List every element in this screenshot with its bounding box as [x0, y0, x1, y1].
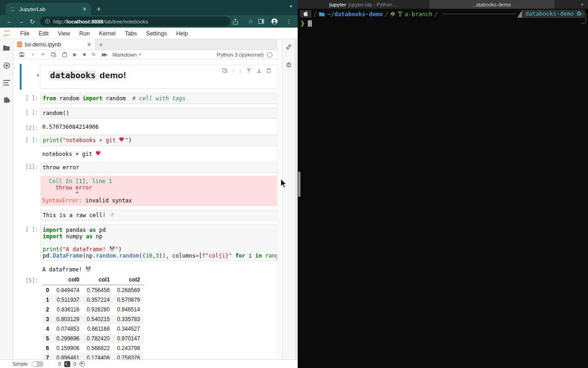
browser-tabstrip: JupyterLab ✕ + ▾ [0, 0, 298, 15]
terminal-window: jupyter jupyter-lab · Python ... ..atabo… [298, 0, 588, 368]
running-kernels-icon[interactable] [3, 62, 10, 69]
info-icon[interactable] [45, 19, 50, 24]
code-line: random() [43, 110, 277, 116]
restart-run-all-icon[interactable]: ▶▶ [102, 52, 107, 57]
file-browser-icon[interactable] [3, 45, 10, 51]
menu-item-kernel[interactable]: Kernel [95, 30, 120, 37]
code-line: import numpy as np [43, 233, 277, 240]
rocket-emoji [109, 212, 115, 218]
url-bar[interactable]: http://localhost:8888/lab/tree/notebooks [40, 17, 230, 26]
terminal-tab-active[interactable]: ..atabooks-demo [430, 0, 554, 9]
move-cell-down-icon[interactable]: ↓ [239, 68, 242, 73]
side-panel-icon[interactable] [258, 18, 268, 24]
text-output: A dataframe! [40, 265, 277, 274]
forward-icon[interactable]: → [15, 18, 27, 25]
restart-kernel-icon[interactable]: ↻ [92, 52, 96, 57]
menu-item-help[interactable]: Help [171, 30, 192, 37]
mouse-cursor [280, 178, 287, 189]
code-input[interactable]: import pandas as pdimport numpy as np pr… [40, 224, 277, 261]
debugger-icon[interactable] [286, 61, 292, 68]
code-line: SyntaxError: invalid syntax [42, 197, 277, 204]
kernel-sessions-icon[interactable] [79, 361, 85, 367]
dataframe-row: 20.8361160.9282800.946514 [42, 305, 144, 314]
code-line: 0.570736084214906 [42, 124, 277, 130]
share-icon[interactable] [232, 18, 243, 25]
code-input[interactable]: random() [40, 108, 277, 119]
tab-close-icon[interactable]: ✕ [82, 6, 87, 12]
move-cell-up-icon[interactable]: ↑ [232, 68, 235, 73]
insert-cell-below-icon[interactable] [256, 68, 262, 73]
bookmark-star-icon[interactable]: ☆ [245, 18, 255, 25]
reload-icon[interactable]: ↻ [27, 18, 38, 25]
venv-name: databooks-demo [526, 10, 574, 17]
jupyterlab: FileEditViewRunKernelTabsSettingsHelp tu… [0, 28, 298, 368]
terminal-tab-inactive[interactable]: jupyter jupyter-lab · Python ... [298, 0, 430, 9]
heading-collapse-caret-icon[interactable]: ▼ [36, 73, 40, 78]
paste-cells-icon[interactable] [62, 52, 67, 57]
text-output: 0.570736084214906 [40, 123, 277, 131]
kernel-status-icon [267, 52, 272, 58]
save-icon[interactable] [19, 52, 24, 57]
terminal-count: 0 [58, 361, 61, 367]
interrupt-kernel-icon[interactable]: ■ [83, 52, 85, 57]
selected-cell-indicator[interactable] [20, 64, 22, 90]
cell-prompt: [ ]: [13, 224, 40, 261]
split-view-divider-handle[interactable] [298, 172, 300, 197]
kernel-count: 0 [74, 361, 76, 367]
new-tab-button[interactable]: + [96, 5, 101, 13]
table-of-contents-icon[interactable] [3, 80, 10, 86]
jupyter-favicon [10, 6, 16, 12]
browser-tab-title: JupyterLab [19, 6, 79, 12]
code-line: print("notebooks + git ") [43, 137, 277, 144]
profile-avatar[interactable] [271, 18, 281, 25]
code-input[interactable]: from random import random # cell with ta… [40, 93, 277, 104]
code-line: Cell In [1], line 1 [42, 178, 277, 184]
code-line: from random import random # cell with ta… [43, 95, 277, 102]
terminal-icon[interactable]: $_ [64, 361, 70, 367]
notebook-tab[interactable]: tui-demo.ipynb ✕ [13, 39, 96, 50]
menu-item-run[interactable]: Run [75, 30, 95, 37]
notebook-tab-close-icon[interactable]: ✕ [87, 41, 91, 48]
property-inspector-icon[interactable] [285, 44, 292, 50]
cut-cells-icon[interactable]: ✂ [41, 52, 45, 57]
menu-item-tabs[interactable]: Tabs [120, 30, 141, 37]
code-input[interactable]: throw error [40, 162, 277, 173]
dataframe-column-header: col1 [83, 276, 113, 285]
menu-item-view[interactable]: View [53, 30, 75, 37]
insert-cell-icon[interactable]: ＋ [30, 52, 35, 57]
raw-cell-input[interactable]: This is a raw cell! [40, 210, 277, 221]
cell-hover-toolbar: ↑ ↓ [222, 68, 271, 73]
terminal-new-tab-button[interactable]: + [576, 0, 588, 9]
browser-menu-icon[interactable]: ⋮ [284, 18, 294, 25]
copy-cells-icon[interactable] [51, 52, 56, 57]
cell-prompt: [ ]: [13, 135, 40, 146]
page-scrollbar[interactable] [294, 39, 298, 359]
menu-item-edit[interactable]: Edit [34, 30, 53, 37]
notebook-document: ▼ databooks demo! ↑ ↓ [13, 59, 277, 359]
dataframe-row: 60.1599060.5668220.243798 [42, 343, 144, 353]
cell-type-dropdown[interactable]: Markdown▾ [113, 52, 141, 58]
menu-item-file[interactable]: File [16, 30, 34, 37]
text-output: notebooks + git [40, 150, 277, 158]
prompt-fill-line [442, 14, 516, 14]
new-launcher-button[interactable]: + [96, 39, 107, 50]
heart-emoji [96, 151, 102, 156]
insert-cell-above-icon[interactable] [246, 68, 252, 73]
extension-manager-icon[interactable] [3, 97, 10, 104]
simple-mode-toggle[interactable] [32, 361, 44, 367]
browser-tab[interactable]: JupyterLab ✕ [6, 3, 91, 15]
notebook-toolbar: ＋ ✂ ▶ ■ ↻ ▶▶ Markdown▾ Python 3 (ipykern… [13, 50, 277, 59]
markdown-title-cell[interactable]: ▼ databooks demo! ↑ ↓ [13, 65, 277, 89]
notebook-scrollbar[interactable] [277, 39, 282, 359]
code-input[interactable]: print("notebooks + git ") [40, 135, 277, 146]
back-icon[interactable]: ← [4, 18, 15, 25]
delete-cell-icon[interactable] [266, 68, 271, 73]
duplicate-cell-icon[interactable] [222, 68, 227, 73]
kernel-indicator[interactable]: Python 3 (ipykernel) [217, 52, 272, 58]
menu-item-settings[interactable]: Settings [141, 30, 171, 37]
run-cell-icon[interactable]: ▶ [73, 52, 77, 57]
error-cell-row: Cell In [1], line 1 throw error ^SyntaxE… [13, 176, 277, 206]
prompt-char: ❯ [300, 20, 305, 27]
tab-search-chevron-icon[interactable]: ▾ [290, 4, 292, 9]
panda-emoji [109, 246, 115, 252]
